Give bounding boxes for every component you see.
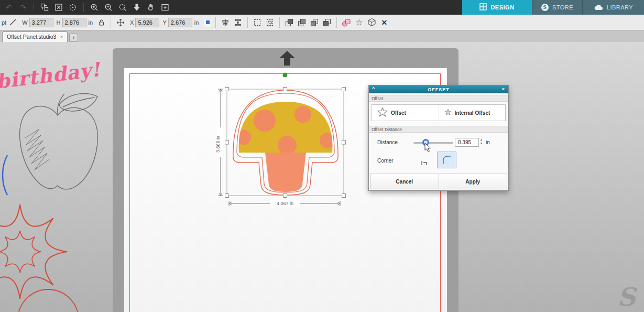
rotation-handle[interactable]: [283, 73, 287, 77]
corner-sharp-button[interactable]: [418, 156, 430, 168]
x-input[interactable]: 5.926: [135, 18, 159, 27]
tab-design-label: DESIGN: [490, 4, 514, 10]
lock-aspect-icon[interactable]: [95, 16, 107, 29]
separator: [247, 17, 248, 28]
distance-unit-label: in: [486, 139, 490, 145]
offset-distance-section-header: Offset Distance: [369, 126, 508, 133]
separator: [215, 17, 216, 28]
offset-button[interactable]: Offset: [372, 105, 439, 121]
distance-slider-track[interactable]: [413, 142, 453, 144]
corner-label: Corner: [377, 158, 394, 164]
spinner-up-icon[interactable]: ▲: [480, 138, 483, 141]
distance-spinner[interactable]: ▲ ▼: [480, 138, 483, 145]
document-tab-label: Offset Panel.studio3: [7, 34, 56, 40]
selection-overlay: 3.666 in 4.067 in: [210, 71, 356, 217]
weld-icon[interactable]: [340, 16, 353, 29]
xy-unit-label: in: [194, 19, 199, 26]
redo-icon[interactable]: ↷: [17, 1, 29, 14]
document-tab-strip: Offset Panel.studio3 × +: [0, 30, 644, 42]
top-toolbar-left: ↶ ↷: [0, 0, 462, 15]
store-ball-icon: S: [541, 4, 549, 11]
line-style-icon[interactable]: [6, 16, 19, 29]
blue-sketch-artwork[interactable]: [0, 153, 8, 197]
offset-section-header: Offset: [369, 95, 508, 102]
send-to-back-icon[interactable]: [321, 16, 333, 29]
pt-label: pt: [2, 19, 6, 26]
new-document-tab-button[interactable]: +: [69, 34, 78, 42]
bring-to-front-icon[interactable]: [283, 16, 296, 29]
document-tab-close-icon[interactable]: ×: [60, 34, 63, 40]
undo-icon[interactable]: ↶: [3, 1, 15, 14]
distance-label: Distance: [377, 139, 398, 145]
offset-button-label: Offset: [391, 110, 406, 116]
send-backward-icon[interactable]: [308, 16, 321, 29]
width-label: W: [22, 19, 27, 26]
fit-to-page-icon[interactable]: [159, 1, 171, 14]
separator: [83, 3, 84, 12]
silhouette-logo: S: [617, 282, 636, 311]
position-anchor-button[interactable]: [203, 18, 212, 27]
corner-round-button[interactable]: [437, 152, 456, 168]
height-label: H: [57, 19, 61, 26]
tab-store-label: STORE: [552, 4, 573, 10]
width-input[interactable]: 3.277: [29, 18, 53, 27]
tab-design[interactable]: DESIGN: [462, 0, 532, 15]
panel-close-icon[interactable]: ×: [502, 87, 505, 92]
internal-offset-button[interactable]: Internal Offset: [439, 105, 506, 121]
anchor-point-icon: [206, 20, 210, 24]
design-canvas[interactable]: birthday!: [0, 42, 644, 312]
transfer-properties-icon[interactable]: [38, 1, 51, 14]
pan-icon[interactable]: [145, 1, 157, 14]
drag-zoom-icon[interactable]: [130, 1, 143, 14]
apply-button[interactable]: Apply: [439, 174, 508, 189]
offset-panel: ^ OFFSET × Offset Offset Internal Of: [368, 85, 509, 191]
tab-library[interactable]: LIBRARY: [582, 0, 644, 15]
height-dim-label: 3.666 in: [215, 136, 221, 153]
silhouette-studio-app: ↶ ↷: [0, 0, 644, 312]
distribute-icon[interactable]: [232, 16, 244, 29]
clear-properties-icon[interactable]: [52, 1, 65, 14]
tab-library-label: LIBRARY: [607, 4, 633, 10]
mat-feed-arrow-icon: [278, 50, 296, 68]
panel-action-row: Cancel Apply: [370, 174, 507, 189]
internal-offset-star-icon: [444, 109, 452, 117]
zoom-out-icon[interactable]: [102, 1, 115, 14]
mouse-cursor: [424, 143, 433, 155]
transform-frame-icon[interactable]: [251, 16, 264, 29]
apple-sketch-artwork[interactable]: [9, 88, 109, 201]
zoom-in-icon[interactable]: [88, 1, 101, 14]
y-label: Y: [162, 19, 166, 26]
x-label: X: [130, 19, 134, 26]
width-dim-label: 4.067 in: [277, 201, 293, 206]
panel-collapse-icon[interactable]: ^: [372, 86, 375, 91]
distance-value-input[interactable]: 0.395: [455, 138, 479, 147]
offset-panel-header[interactable]: ^ OFFSET ×: [369, 85, 508, 93]
document-tab[interactable]: Offset Panel.studio3 ×: [2, 31, 68, 42]
offset-star-icon: [377, 107, 388, 119]
tab-store[interactable]: S STORE: [532, 0, 582, 15]
separator: [111, 17, 111, 28]
spinner-down-icon[interactable]: ▼: [480, 142, 483, 145]
mushroom-artwork[interactable]: [236, 102, 335, 192]
internal-offset-button-label: Internal Offset: [455, 110, 490, 116]
rotate-frame-icon[interactable]: [264, 16, 276, 29]
height-input[interactable]: 2.876: [62, 18, 86, 27]
y-input[interactable]: 2.676: [168, 18, 192, 27]
select-same-icon[interactable]: [67, 1, 79, 14]
modify-3d-icon[interactable]: [365, 16, 378, 29]
move-icon[interactable]: [114, 16, 127, 29]
align-icon[interactable]: [219, 16, 232, 29]
top-toolbar-right: DESIGN S STORE LIBRARY: [462, 0, 644, 15]
zoom-selection-icon[interactable]: [116, 1, 129, 14]
cancel-button[interactable]: Cancel: [370, 174, 439, 189]
offset-panel-title: OFFSET: [369, 87, 508, 92]
separator: [34, 3, 34, 12]
offset-star-icon[interactable]: ☆: [353, 16, 365, 29]
circle-sketch-artwork[interactable]: [12, 282, 85, 312]
design-grid-icon: [479, 3, 487, 12]
library-cloud-icon: [594, 4, 603, 12]
delete-icon[interactable]: ✕: [378, 16, 390, 29]
quick-access-toolbar: pt W 3.277 H 2.876 in X 5.926 Y 2.676 in: [0, 15, 644, 30]
bring-forward-icon[interactable]: [296, 16, 308, 29]
wh-unit-label: in: [89, 19, 93, 26]
